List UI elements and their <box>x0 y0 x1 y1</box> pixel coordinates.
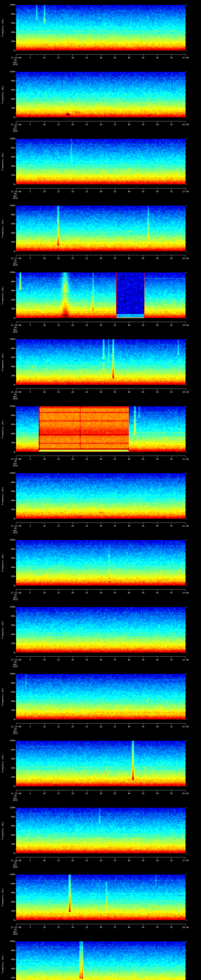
x-tick-label: 55 <box>163 592 180 594</box>
y-tick-label: 600 <box>6 22 15 24</box>
y-axis-title: Frequency (Hz) <box>1 205 4 251</box>
y-axis-title-text: Frequency (Hz) <box>2 220 4 237</box>
y-tick-label: 200 <box>6 442 15 444</box>
y-tick-label: 800 <box>6 414 15 417</box>
y-tick-label: 600 <box>6 758 15 760</box>
x-axis-date-line: 2015 <box>9 598 22 601</box>
y-axis-title-text: Frequency (Hz) <box>2 19 4 37</box>
y-tick-label: 400 <box>6 366 15 368</box>
y-tick-label: 600 <box>6 223 15 225</box>
spectrogram-panel: Frequency (Hz)0200400600800100011:26:002… <box>0 803 201 870</box>
x-tick-label: 55 <box>163 525 180 527</box>
y-tick-label: 0 <box>6 116 15 118</box>
spectrogram-panel: Frequency (Hz)0200400600800100011:14:001… <box>0 0 201 67</box>
x-end-time-label: 22:00 <box>177 525 194 527</box>
y-tick-label: 200 <box>6 977 15 979</box>
y-tick-label: 1000 <box>6 606 15 608</box>
y-tick-label: 200 <box>6 508 15 511</box>
y-tick-label: 800 <box>6 816 15 818</box>
y-tick-label: 1000 <box>6 539 15 541</box>
spectrogram-panel: Frequency (Hz)0200400600800100011:19:002… <box>0 334 201 401</box>
y-axis-title: Frequency (Hz) <box>1 473 4 519</box>
x-end-time-label: 16:00 <box>177 124 194 126</box>
y-tick-label: 0 <box>6 250 15 252</box>
y-axis-title: Frequency (Hz) <box>1 741 4 786</box>
x-tick-label: 55 <box>163 257 180 259</box>
y-axis-title: Frequency (Hz) <box>1 942 4 980</box>
y-tick-label: 600 <box>6 356 15 358</box>
y-tick-label: 600 <box>6 89 15 91</box>
y-tick-label: 800 <box>6 347 15 350</box>
x-tick-label: 55 <box>163 191 180 192</box>
x-axis-date-line: 2015 <box>9 331 22 333</box>
spectrogram-panel: Frequency (Hz)0200400600800100011:27:002… <box>0 870 201 937</box>
y-axis-title-text: Frequency (Hz) <box>2 420 4 438</box>
y-tick-label: 400 <box>6 98 15 100</box>
y-tick-label: 400 <box>6 968 15 970</box>
y-tick-label: 200 <box>6 642 15 644</box>
x-axis-date-line: 2015 <box>9 130 22 132</box>
spectrogram-panel: Frequency (Hz)0200400600800100011:25:002… <box>0 736 201 803</box>
y-tick-label: 1000 <box>6 472 15 474</box>
x-end-time-label: 27:00 <box>177 859 194 862</box>
y-tick-label: 800 <box>6 749 15 751</box>
y-axis-title: Frequency (Hz) <box>1 5 4 51</box>
x-end-time-label: 21:00 <box>177 458 194 460</box>
x-axis-date-line: 2015 <box>9 465 22 467</box>
y-tick-label: 0 <box>6 451 15 453</box>
y-axis-title: Frequency (Hz) <box>1 139 4 185</box>
x-tick-label: 55 <box>163 859 180 862</box>
y-tick-label: 200 <box>6 308 15 310</box>
x-end-time-label: 19:00 <box>177 324 194 326</box>
y-tick-label: 400 <box>6 767 15 769</box>
spectrogram-panel: Frequency (Hz)0200400600800100011:28:002… <box>0 937 201 980</box>
y-tick-label: 800 <box>6 214 15 216</box>
y-axis-title-text: Frequency (Hz) <box>2 955 4 973</box>
y-axis-title-text: Frequency (Hz) <box>2 554 4 572</box>
y-axis-title: Frequency (Hz) <box>1 272 4 318</box>
y-axis-title: Frequency (Hz) <box>1 540 4 585</box>
y-tick-label: 600 <box>6 423 15 425</box>
y-tick-label: 1000 <box>6 873 15 875</box>
y-tick-label: 0 <box>6 518 15 520</box>
y-axis-title-text: Frequency (Hz) <box>2 487 4 505</box>
spectrogram-panel: Frequency (Hz)0200400600800100011:16:001… <box>0 134 201 201</box>
y-tick-label: 400 <box>6 31 15 33</box>
x-end-time-label: 28:00 <box>177 926 194 929</box>
x-axis-date-line: 2015 <box>9 531 22 534</box>
y-tick-label: 0 <box>6 317 15 319</box>
spectrogram-panel: Frequency (Hz)0200400600800100011:24:002… <box>0 669 201 736</box>
x-end-time-label: 15:00 <box>177 57 194 59</box>
y-tick-label: 600 <box>6 557 15 559</box>
x-axis-date-line: 2015 <box>9 264 22 266</box>
y-tick-label: 800 <box>6 950 15 951</box>
y-tick-label: 0 <box>6 652 15 654</box>
x-end-time-label: 25:00 <box>177 725 194 728</box>
y-tick-label: 200 <box>6 174 15 176</box>
x-tick-label: 55 <box>163 659 180 661</box>
y-axis-title-text: Frequency (Hz) <box>2 86 4 104</box>
y-axis-title: Frequency (Hz) <box>1 607 4 653</box>
y-tick-label: 800 <box>6 13 15 15</box>
y-tick-label: 0 <box>6 919 15 921</box>
x-axis-date-line: 2015 <box>9 799 22 801</box>
y-tick-label: 0 <box>6 49 15 51</box>
spectrogram-panel: Frequency (Hz)0200400600800100011:23:002… <box>0 602 201 669</box>
y-axis-title-text: Frequency (Hz) <box>2 821 4 840</box>
spectrogram-panel: Frequency (Hz)0200400600800100011:20:002… <box>0 401 201 468</box>
y-tick-label: 600 <box>6 490 15 492</box>
y-tick-label: 800 <box>6 147 15 149</box>
y-axis-title: Frequency (Hz) <box>1 674 4 719</box>
y-tick-label: 800 <box>6 280 15 283</box>
y-tick-label: 800 <box>6 548 15 550</box>
x-axis-date-line: 2015 <box>9 197 22 199</box>
spectrogram-panel: Frequency (Hz)0200400600800100011:18:001… <box>0 267 201 334</box>
y-tick-label: 200 <box>6 40 15 42</box>
y-tick-label: 1000 <box>6 4 15 6</box>
y-tick-label: 1000 <box>6 807 15 809</box>
y-axis-title-text: Frequency (Hz) <box>2 286 4 304</box>
y-tick-label: 600 <box>6 892 15 894</box>
y-axis-title-text: Frequency (Hz) <box>2 888 4 907</box>
x-end-time-label: 26:00 <box>177 792 194 795</box>
x-tick-label: 55 <box>163 324 180 326</box>
